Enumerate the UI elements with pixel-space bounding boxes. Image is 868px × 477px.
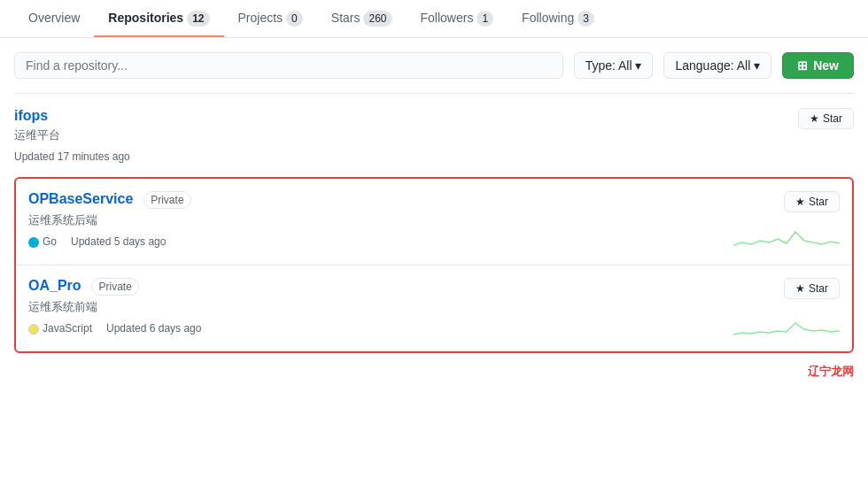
repo-updated: Updated 5 days ago [71,235,166,248]
repo-badge: Private [143,191,190,209]
repo-info: OPBaseService Private 运维系统后端 Go Updated … [28,191,733,248]
tab-following[interactable]: Following3 [508,0,608,37]
tab-stars[interactable]: Stars260 [317,0,407,37]
lang-dot [28,237,39,248]
repo-meta: Go Updated 5 days ago [28,235,733,248]
star-button[interactable]: ★ Star [784,191,840,212]
star-button[interactable]: ★ Star [784,278,840,299]
repo-actions: ★ Star [733,191,840,252]
language-dropdown[interactable]: Language: All ▾ [663,52,771,79]
repo-item: OPBaseService Private 运维系统后端 Go Updated … [16,179,852,265]
repo-updated: Updated 17 minutes ago [14,150,130,163]
repo-updated: Updated 6 days ago [106,322,201,335]
repo-description: 运维系统前端 [28,299,733,315]
sparkline [733,223,840,250]
search-input[interactable] [14,52,563,79]
lang-dot [28,324,39,335]
sparkline [733,310,840,336]
highlighted-repos-group: OPBaseService Private 运维系统后端 Go Updated … [14,177,854,353]
repo-info: OA_Pro Private 运维系统前端 JavaScript Updated… [28,278,733,335]
repo-description: 运维系统后端 [28,212,733,228]
watermark: 辽宁龙网 [0,360,868,383]
repo-item: OA_Pro Private 运维系统前端 JavaScript Updated… [16,265,852,351]
tab-count-projects: 0 [286,11,303,27]
star-icon: ★ [810,112,819,125]
profile-tabs: OverviewRepositories12Projects0Stars260F… [0,0,868,38]
repo-meta: Updated 17 minutes ago [14,150,798,163]
star-icon: ★ [795,282,805,295]
repo-actions: ★ Star [798,108,854,129]
star-icon: ★ [795,196,805,208]
repo-badge: Private [91,278,138,296]
repo-name-link[interactable]: OPBaseService [28,191,133,206]
tab-overview[interactable]: Overview [14,0,94,37]
tab-count-repositories: 12 [187,11,209,27]
repo-meta: JavaScript Updated 6 days ago [28,322,733,335]
repo-name-link[interactable]: OA_Pro [28,278,81,293]
new-repo-button[interactable]: ⊞ New [782,52,854,79]
repo-description: 运维平台 [14,127,798,143]
star-button[interactable]: ★ Star [798,108,854,129]
tab-repositories[interactable]: Repositories12 [94,0,223,37]
tab-count-followers: 1 [477,11,493,27]
tab-count-stars: 260 [363,11,391,27]
repo-language: JavaScript [28,322,92,335]
tab-count-following: 3 [577,11,594,27]
repo-language: Go [28,235,57,248]
tab-projects[interactable]: Projects0 [224,0,317,37]
repo-name-link[interactable]: ifops [14,108,48,123]
repo-actions: ★ Star [733,278,840,339]
repo-item: ifops 运维平台 Updated 17 minutes ago ★ Star [14,93,854,177]
type-dropdown[interactable]: Type: All ▾ [574,52,654,79]
tab-followers[interactable]: Followers1 [407,0,508,37]
repo-icon: ⊞ [797,58,808,73]
repo-info: ifops 运维平台 Updated 17 minutes ago [14,108,798,163]
